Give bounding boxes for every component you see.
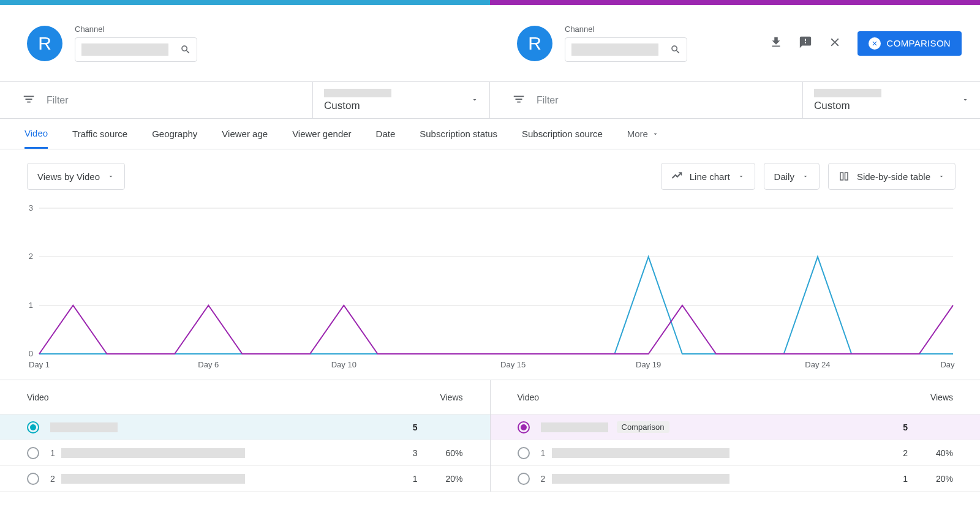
video-title-redacted	[541, 422, 608, 432]
filter-label-left[interactable]: Filter	[47, 95, 69, 106]
table-mode-dropdown[interactable]: Side-by-side table	[828, 163, 956, 190]
video-title-redacted	[552, 474, 729, 484]
svg-text:Day 1: Day 1	[29, 360, 50, 369]
header-right: R Channel COMPARISON	[490, 24, 980, 62]
table-row-total-right[interactable]: Comparison 5	[491, 415, 981, 440]
tab-viewer-age[interactable]: Viewer age	[222, 119, 268, 149]
filter-icon[interactable]	[512, 92, 526, 108]
close-icon[interactable]	[828, 36, 842, 51]
row-rank: 1	[541, 448, 552, 458]
channel-label-right: Channel	[565, 24, 687, 34]
chart-area: 0123Day 1Day 6Day 10Day 15Day 19Day 24Da…	[0, 203, 980, 380]
table-row[interactable]: 1 3 60%	[0, 440, 490, 466]
line-chart-icon	[671, 171, 682, 182]
download-icon[interactable]	[769, 36, 783, 51]
tab-more[interactable]: More	[627, 119, 659, 149]
daterange-label-right: Custom	[814, 100, 969, 112]
comparison-button-label: COMPARISON	[887, 38, 951, 48]
chart-type-label: Line chart	[690, 171, 730, 182]
channel-search-left[interactable]	[75, 37, 197, 62]
daterange-label-left: Custom	[324, 100, 478, 112]
comparison-button[interactable]: COMPARISON	[858, 31, 962, 56]
feedback-icon[interactable]	[799, 36, 812, 51]
tab-more-label: More	[627, 129, 648, 139]
svg-text:Day 19: Day 19	[636, 360, 661, 369]
table-right: Video Views Comparison 5 1 2 40% 2 1 20%	[491, 380, 981, 492]
tab-subscription-source[interactable]: Subscription source	[522, 119, 603, 149]
search-icon[interactable]	[175, 44, 197, 55]
channel-name-redacted	[571, 43, 658, 56]
col-views[interactable]: Views	[440, 392, 462, 402]
svg-text:2: 2	[29, 252, 33, 261]
tab-date[interactable]: Date	[376, 119, 396, 149]
table-row[interactable]: 2 1 20%	[0, 466, 490, 492]
metric-label: Views by Video	[37, 171, 100, 182]
row-pct: 20%	[429, 474, 463, 484]
granularity-dropdown[interactable]: Daily	[764, 163, 820, 190]
daterange-dropdown-left[interactable]: Custom	[312, 82, 490, 118]
radio-selected-icon[interactable]	[518, 421, 530, 433]
row-views: 1	[883, 474, 908, 484]
chevron-down-icon	[107, 173, 115, 180]
comparison-color-strip	[0, 0, 980, 5]
svg-text:Day 15: Day 15	[500, 360, 526, 369]
radio-icon[interactable]	[27, 473, 39, 485]
tab-traffic-source[interactable]: Traffic source	[72, 119, 127, 149]
tab-subscription-status[interactable]: Subscription status	[420, 119, 497, 149]
channel-label-left: Channel	[75, 24, 197, 34]
row-pct: 40%	[919, 448, 953, 458]
col-video[interactable]: Video	[518, 392, 540, 402]
row-views: 3	[393, 448, 418, 458]
row-pct: 60%	[429, 448, 463, 458]
filter-label-right[interactable]: Filter	[537, 95, 559, 106]
channel-name-redacted	[81, 43, 168, 56]
row-views: 1	[393, 474, 418, 484]
views-line-chart: 0123Day 1Day 6Day 10Day 15Day 19Day 24Da…	[24, 203, 956, 372]
row-rank: 2	[541, 474, 552, 484]
video-title-redacted	[50, 422, 118, 432]
svg-text:Day 6: Day 6	[198, 360, 219, 369]
tab-viewer-gender[interactable]: Viewer gender	[292, 119, 351, 149]
chart-type-dropdown[interactable]: Line chart	[661, 163, 755, 190]
video-title-redacted	[61, 474, 245, 484]
radio-selected-icon[interactable]	[27, 421, 39, 433]
table-row[interactable]: 1 2 40%	[491, 440, 981, 466]
daterange-dropdown-right[interactable]: Custom	[802, 82, 980, 118]
table-left: Video Views 5 1 3 60% 2 1 20%	[0, 380, 491, 492]
svg-text:Day 10: Day 10	[331, 360, 356, 369]
channel-avatar-left[interactable]: R	[27, 26, 62, 61]
radio-icon[interactable]	[518, 447, 530, 459]
chevron-down-icon	[802, 173, 809, 180]
chevron-down-icon	[471, 96, 478, 105]
table-row-total-left[interactable]: 5	[0, 415, 490, 440]
row-rank: 1	[50, 448, 61, 458]
video-title-redacted	[552, 448, 729, 458]
tab-geography[interactable]: Geography	[152, 119, 197, 149]
col-views[interactable]: Views	[930, 392, 953, 402]
granularity-label: Daily	[774, 171, 794, 182]
channel-search-right[interactable]	[565, 37, 687, 62]
radio-icon[interactable]	[518, 473, 530, 485]
header-row: R Channel R Channel	[0, 5, 980, 82]
col-video[interactable]: Video	[27, 392, 49, 402]
daterange-value-redacted	[324, 89, 391, 97]
row-views: 2	[883, 448, 908, 458]
table-mode-label: Side-by-side table	[857, 171, 930, 182]
video-title-redacted	[61, 448, 245, 458]
close-comparison-icon[interactable]	[869, 37, 881, 50]
comparison-chip: Comparison	[617, 421, 669, 433]
chevron-down-icon	[652, 130, 659, 138]
chart-controls: Views by Video Line chart Daily Side-by-…	[0, 149, 980, 203]
svg-text:Day 24: Day 24	[805, 360, 830, 369]
table-row[interactable]: 2 1 20%	[491, 466, 981, 492]
total-views-right: 5	[883, 422, 908, 432]
search-icon[interactable]	[665, 44, 687, 55]
filter-icon[interactable]	[22, 92, 36, 108]
side-by-side-icon	[839, 171, 850, 182]
tab-video[interactable]: Video	[24, 119, 48, 149]
radio-icon[interactable]	[27, 447, 39, 459]
metric-dropdown[interactable]: Views by Video	[27, 163, 125, 190]
svg-text:0: 0	[29, 349, 33, 358]
filter-row: Filter Custom Filter Custom	[0, 82, 980, 119]
channel-avatar-right[interactable]: R	[517, 26, 552, 61]
